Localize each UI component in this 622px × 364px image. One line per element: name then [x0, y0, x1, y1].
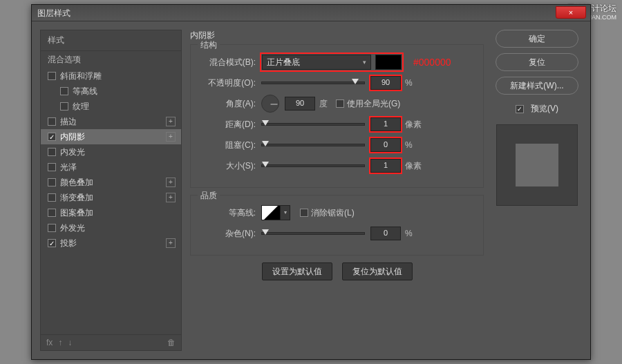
distance-slider[interactable] [261, 123, 365, 126]
make-default-button[interactable]: 设置为默认值 [262, 262, 332, 280]
sidebar-header: 样式 [41, 30, 181, 50]
color-annotation: #000000 [413, 57, 451, 68]
angle-dial[interactable] [261, 95, 279, 113]
size-slider[interactable] [261, 164, 365, 167]
effect-checkbox[interactable] [48, 224, 56, 232]
sidebar-item-label: 描边 [60, 116, 77, 128]
add-effect-icon[interactable]: + [166, 238, 176, 248]
sidebar-item-label: 光泽 [60, 162, 77, 173]
opacity-slider[interactable] [261, 82, 365, 84]
new-style-button[interactable]: 新建样式(W)... [496, 77, 578, 95]
sidebar-item-label: 斜面和浮雕 [60, 70, 102, 82]
noise-input[interactable]: 0 [370, 227, 401, 240]
preview-checkbox[interactable]: ✓ [516, 105, 524, 113]
sidebar-item[interactable]: 等高线 [41, 84, 181, 99]
structure-fieldset: 结构 混合模式(B): 正片叠底 ▾ #000000 不透明度(O): [190, 44, 484, 188]
close-button[interactable]: × [556, 6, 586, 19]
window-title: 图层样式 [37, 8, 70, 18]
size-input[interactable]: 1 [370, 159, 401, 173]
effect-checkbox[interactable] [48, 117, 56, 126]
sidebar-item[interactable]: 纹理 [41, 99, 181, 114]
distance-label: 距离(D): [199, 119, 256, 131]
effect-checkbox[interactable]: ✓ [48, 239, 56, 247]
sidebar-item[interactable]: 渐变叠加+ [41, 190, 181, 205]
sidebar-item-label: 投影 [60, 238, 77, 249]
opacity-input[interactable]: 90 [370, 76, 401, 90]
global-light-label: 使用全局光(G) [347, 98, 400, 110]
noise-label: 杂色(N): [199, 228, 256, 240]
blend-options[interactable]: 混合选项 [41, 50, 181, 68]
add-effect-icon[interactable]: + [166, 132, 176, 142]
sidebar-item-label: 图案叠加 [60, 207, 93, 219]
angle-unit: 度 [319, 98, 328, 110]
chevron-down-icon: ▾ [363, 59, 366, 66]
global-light-checkbox[interactable] [336, 99, 344, 108]
effect-checkbox[interactable] [48, 193, 56, 202]
arrow-down-icon[interactable]: ↓ [68, 338, 72, 347]
sidebar-item-label: 等高线 [73, 86, 97, 97]
add-effect-icon[interactable]: + [166, 178, 176, 187]
effect-checkbox[interactable] [48, 209, 56, 217]
contour-dropdown[interactable]: ▾ [281, 205, 290, 220]
quality-legend: 品质 [198, 190, 220, 202]
effect-checkbox[interactable] [60, 102, 68, 111]
add-effect-icon[interactable]: + [166, 117, 176, 126]
choke-label: 阻塞(C): [199, 140, 256, 151]
arrow-up-icon[interactable]: ↑ [58, 338, 62, 347]
contour-label: 等高线: [199, 207, 256, 219]
distance-input[interactable]: 1 [370, 117, 401, 131]
titlebar[interactable]: 图层样式 × [32, 5, 590, 21]
choke-slider[interactable] [261, 144, 365, 146]
sidebar-footer: fx ↑ ↓ 🗑 [41, 334, 181, 350]
layer-style-dialog: 图层样式 × 样式 混合选项 斜面和浮雕等高线纹理描边+✓内阴影+内发光光泽颜色… [31, 4, 591, 360]
cancel-button[interactable]: 复位 [496, 53, 578, 71]
noise-unit: % [405, 229, 413, 238]
add-effect-icon[interactable]: + [166, 193, 176, 202]
effect-checkbox[interactable] [48, 163, 56, 171]
choke-unit: % [405, 140, 413, 150]
sidebar-item[interactable]: 光泽 [41, 160, 181, 175]
fx-icon[interactable]: fx [46, 338, 53, 347]
preview-swatch [516, 144, 558, 186]
sidebar-item[interactable]: 斜面和浮雕 [41, 68, 181, 84]
sidebar-item[interactable]: ✓内阴影+ [41, 129, 181, 144]
effect-checkbox[interactable] [48, 148, 56, 156]
right-column: 确定 复位 新建样式(W)... ✓ 预览(V) [492, 30, 582, 351]
reset-default-button[interactable]: 复位为默认值 [342, 262, 413, 280]
sidebar-item[interactable]: 描边+ [41, 114, 181, 129]
sidebar-item[interactable]: 图案叠加 [41, 205, 181, 220]
effect-checkbox[interactable] [60, 87, 68, 95]
size-unit: 像素 [405, 160, 422, 172]
sidebar-item[interactable]: 颜色叠加+ [41, 175, 181, 190]
blend-mode-select[interactable]: 正片叠底 ▾ [262, 55, 371, 70]
ok-button[interactable]: 确定 [496, 30, 578, 48]
sidebar-item-label: 外发光 [60, 222, 85, 234]
antialias-label: 消除锯齿(L) [311, 207, 355, 219]
antialias-checkbox[interactable] [300, 209, 308, 217]
sidebar-item[interactable]: 内发光 [41, 144, 181, 160]
sidebar-item-label: 内发光 [60, 146, 85, 158]
settings-panel: 内阴影 结构 混合模式(B): 正片叠底 ▾ #000000 不透明度( [190, 30, 484, 351]
effect-checkbox[interactable] [48, 72, 56, 80]
distance-unit: 像素 [405, 119, 422, 131]
angle-input[interactable]: 90 [285, 97, 315, 111]
effect-checkbox[interactable] [48, 178, 56, 186]
sidebar-item[interactable]: 外发光 [41, 220, 181, 236]
contour-picker[interactable] [261, 205, 281, 220]
sidebar-item-label: 渐变叠加 [60, 192, 93, 204]
sidebar-item-label: 颜色叠加 [60, 177, 93, 189]
preview-box [496, 124, 578, 206]
quality-fieldset: 品质 等高线: ▾ 消除锯齿(L) 杂色(N): 0 % [190, 195, 484, 256]
preview-label: 预览(V) [531, 103, 558, 115]
effect-checkbox[interactable]: ✓ [48, 133, 56, 141]
shadow-color-swatch[interactable] [375, 55, 402, 70]
choke-input[interactable]: 0 [370, 138, 401, 152]
trash-icon[interactable]: 🗑 [167, 338, 176, 347]
styles-sidebar: 样式 混合选项 斜面和浮雕等高线纹理描边+✓内阴影+内发光光泽颜色叠加+渐变叠加… [40, 30, 182, 351]
noise-slider[interactable] [261, 232, 365, 235]
sidebar-item[interactable]: ✓投影+ [41, 236, 181, 251]
size-label: 大小(S): [199, 160, 256, 172]
opacity-unit: % [405, 78, 413, 88]
panel-title: 内阴影 [190, 30, 484, 41]
opacity-label: 不透明度(O): [199, 77, 256, 89]
